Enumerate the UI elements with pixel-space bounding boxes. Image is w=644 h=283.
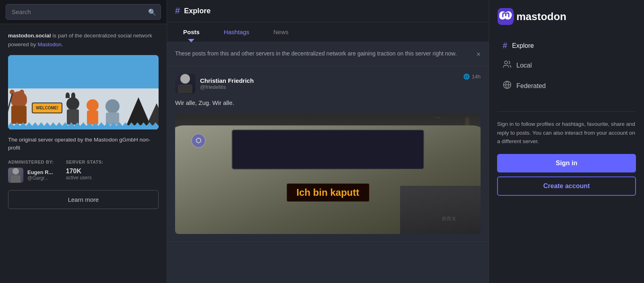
sign-in-button[interactable]: Sign in [497,154,636,172]
train-window [231,129,424,170]
nav-item-explore[interactable]: # Explore [497,37,636,54]
post-author-info: Christian Friedrich @friedelitis [200,77,254,90]
left-content: mastodon.social is part of the decentral… [0,24,167,283]
welcome-sign: WELCOME! [32,103,62,113]
admin-avatar [8,168,23,183]
train-display: Ich bin kaputt [287,183,369,202]
tab-hashtags[interactable]: Hashtags [212,22,261,42]
post-image[interactable]: ⬡ Ich bin kaputt RRX · · · [175,113,481,234]
train-scene: ⬡ Ich bin kaputt RRX · · · [175,113,481,234]
stats-section: SERVER STATS: 170K active users [66,160,103,183]
stats-label: SERVER STATS: [66,160,103,164]
local-nav-icon [503,60,512,71]
info-banner: These posts from this and other servers … [167,42,489,66]
federated-nav-icon [503,80,512,91]
admin-name: Eugen R... [27,169,53,175]
server-name: mastodon.social [8,33,51,39]
main-header: # Explore [167,0,489,22]
admin-section: ADMINISTERED BY: Eugen R... @ [8,160,54,183]
tab-news[interactable]: News [261,22,301,42]
admin-handle: @Gargr... [27,175,53,181]
server-nonprofit-desc: The original server operated by the Mast… [8,136,159,152]
post-card: Christian Friedrich @friedelitis 🌐 14h W… [167,66,489,242]
local-nav-label: Local [516,62,532,69]
explore-title: Explore [184,7,211,15]
explore-nav-label: Explore [512,42,534,49]
explore-nav-icon: # [503,41,507,50]
learn-more-button[interactable]: Learn more [8,190,159,209]
tabs-bar: Posts Hashtags News [167,22,489,42]
nav-item-local[interactable]: Local [497,56,636,75]
search-bar: 🔍 [0,0,167,24]
svg-point-1 [505,61,508,64]
mastodon-icon [497,8,514,25]
nav-divider [497,111,636,112]
train-logo-circle: ⬡ [191,133,206,148]
search-input[interactable] [6,4,161,20]
admin-avatar-image [8,168,23,183]
main-content: These posts from this and other servers … [167,42,489,283]
post-header: Christian Friedrich @friedelitis 🌐 14h [175,74,481,94]
admin-user[interactable]: Eugen R... @Gargr... [8,168,54,183]
federated-nav-label: Federated [516,82,546,90]
signin-description: Sign in to follow profiles or hashtags, … [497,120,636,146]
stats-sublabel: active users [66,175,103,180]
right-navigation: # Explore Local [497,37,636,95]
right-panel: mastodon # Explore Local [489,0,644,283]
post-timestamp: 14h [472,74,481,80]
post-author-name: Christian Friedrich [200,77,254,84]
create-account-button[interactable]: Create account [497,176,636,196]
explore-hash-icon: # [175,6,180,16]
main-panel: # Explore Posts Hashtags News These post… [167,0,489,283]
stats-number: 170K [66,168,103,175]
nav-item-federated[interactable]: Federated [497,76,636,95]
mastodon-wordmark: mastodon [516,10,566,23]
globe-icon: 🌐 [463,74,470,80]
station-lights: · · · [435,115,440,120]
post-avatar-image [175,74,195,94]
close-banner-button[interactable]: × [476,50,481,59]
mastodon-link[interactable]: Mastodon [38,41,62,47]
post-author-handle: @friedelitis [200,84,254,90]
background-train [400,186,481,234]
post-avatar [175,74,195,94]
tab-posts[interactable]: Posts [171,22,212,42]
info-banner-text: These posts from this and other servers … [175,49,457,58]
admin-info: Eugen R... @Gargr... [27,169,53,181]
mastodon-logo: mastodon [497,8,636,25]
post-time: 🌐 14h [463,74,481,80]
server-description: mastodon.social is part of the decentral… [8,31,159,49]
admin-label: ADMINISTERED BY: [8,160,54,164]
left-panel: 🔍 mastodon.social is part of the decentr… [0,0,167,283]
admin-stats-section: ADMINISTERED BY: Eugen R... @ [8,160,159,183]
search-icon: 🔍 [148,8,156,16]
post-text: Wir alle, Zug. Wir alle. [175,98,481,108]
server-welcome-image: WELCOME! [8,55,159,129]
post-user[interactable]: Christian Friedrich @friedelitis [175,74,254,94]
